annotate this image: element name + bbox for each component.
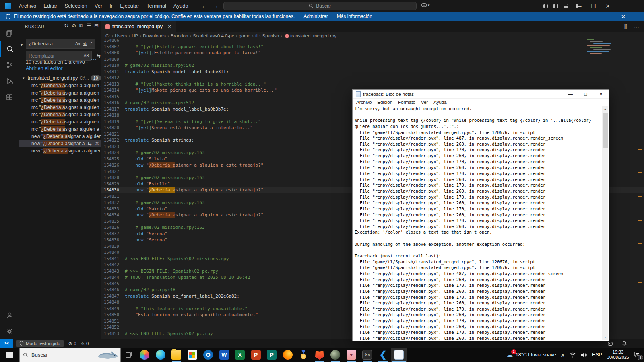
banner-close-icon[interactable]: ✕ [621, 14, 625, 20]
notifications-bell-icon[interactable] [622, 341, 627, 346]
code-line[interactable]: 154811translate Spanish model_label_3bcb… [101, 69, 644, 75]
search-view-icon[interactable] [0, 41, 19, 57]
notepad-scrollbar[interactable]: ▲ ▼ [602, 106, 608, 340]
accounts-icon[interactable] [0, 307, 19, 323]
globe-app-taskbar-icon[interactable] [328, 348, 344, 362]
code-line[interactable]: 154806 [101, 39, 644, 44]
code-line[interactable]: 154812 [101, 75, 644, 81]
weather-widget[interactable]: ☁ 1 18°C Lluvia suave [506, 351, 556, 359]
extensions-icon[interactable] [0, 89, 19, 105]
vscode-taskbar-icon[interactable]: ❮ [375, 348, 391, 362]
banner-learn-more-link[interactable]: Más información [337, 14, 372, 19]
scroll-up-icon[interactable]: ▲ [602, 106, 608, 112]
command-center-search[interactable]: Buscar [223, 2, 417, 10]
menu-selección[interactable]: Selección [61, 2, 91, 10]
close-button[interactable]: ✕ [601, 0, 615, 12]
toggle-panel-icon[interactable] [564, 4, 568, 8]
search-result-item[interactable]: mc "¿Debería asignar a alguien a es... [19, 111, 101, 118]
regex-icon[interactable]: .* [89, 41, 92, 46]
split-editor-icon[interactable]: ⫿⫿ [624, 23, 627, 30]
scroll-down-icon[interactable]: ▼ [602, 334, 608, 340]
notepad-minimize-button[interactable]: — [563, 90, 578, 99]
excel-taskbar-icon[interactable]: X [232, 348, 248, 362]
scrollbar-thumb[interactable] [603, 113, 608, 148]
task-view-taskbar-icon[interactable] [121, 348, 137, 362]
search-result-item[interactable]: mc "¿Debería asignar a alguien a es... [19, 97, 101, 104]
new-search-editor-icon[interactable]: ⧉ [79, 23, 83, 29]
firefox-taskbar-icon[interactable] [280, 348, 296, 362]
notification-center-button[interactable]: 8 [634, 351, 641, 359]
search-result-item[interactable]: mc "¿Debería asignar a alguien a es... [19, 118, 101, 125]
notepad-menu-formato[interactable]: Formato [395, 100, 418, 105]
breadcrumb-item[interactable]: translated_merged.rpy [290, 33, 336, 38]
minimize-button[interactable]: — [572, 0, 586, 12]
clear-results-icon[interactable]: ⊘ [72, 23, 76, 29]
tray-expand-chevron-icon[interactable]: ∧ [561, 352, 565, 358]
notepad-taskbar-icon[interactable]: ≡ [391, 348, 407, 362]
breadcrumb-item[interactable]: HP [132, 33, 138, 38]
search-result-item[interactable]: new "¿Debería asignar a alguien a e... [19, 147, 101, 154]
search-input[interactable]: ¿Debería a Aa ab .* [26, 39, 95, 49]
run-debug-icon[interactable] [0, 73, 19, 89]
problems-status[interactable]: ⊗0 ⚠0 [68, 341, 89, 346]
forward-icon[interactable]: → [213, 3, 219, 9]
notepad-text-area[interactable]: I'm sorry, but an uncaught exception occ… [353, 106, 602, 340]
more-actions-icon[interactable]: ··· [634, 24, 639, 30]
breadcrumb-item[interactable]: Brandon [171, 33, 188, 38]
keyboard-language[interactable]: ESP [592, 352, 602, 358]
collapse-all-icon[interactable]: ☰ [86, 23, 91, 29]
view-as-tree-icon[interactable]: ⊟ [94, 23, 99, 29]
customize-layout-icon[interactable] [543, 4, 548, 8]
search-result-item[interactable]: mc "¿Debería asignar a alguien a es... [19, 89, 101, 97]
settings-gear-icon[interactable] [0, 323, 19, 339]
menu-terminal[interactable]: Terminal [143, 2, 170, 10]
remote-indicator[interactable]: >< [0, 339, 13, 348]
minimap[interactable] [584, 39, 621, 92]
replace-match-icon[interactable]: ⇆ [88, 140, 92, 147]
tab-close-icon[interactable]: ✕ [167, 23, 171, 29]
restricted-mode-status[interactable]: Modo restringido [16, 340, 64, 347]
replace-all-icon[interactable]: ⇆ [97, 53, 101, 59]
copilot-taskbar-icon[interactable] [137, 348, 153, 362]
whole-word-icon[interactable]: ab [83, 41, 87, 46]
code-line[interactable]: 154807 # "[yel]Estelle appears excited a… [101, 44, 644, 50]
source-control-icon[interactable] [0, 57, 19, 73]
code-line[interactable]: 154813 # "[yel]Makoto thinks this is a h… [101, 81, 644, 88]
result-file-row[interactable]: ▾ translated_merged.rpy C:\... 10 [19, 74, 101, 82]
wifi-icon[interactable] [570, 352, 576, 358]
word-taskbar-icon[interactable]: W [216, 348, 232, 362]
menu-ejecutar[interactable]: Ejecutar [116, 2, 143, 10]
menu-archivo[interactable]: Archivo [15, 2, 40, 10]
search-result-item[interactable]: new "¿Debería asignar a ...⇆✕ [19, 140, 101, 147]
brave-taskbar-icon[interactable] [312, 348, 328, 362]
volume-icon[interactable] [581, 352, 587, 358]
menu-ver[interactable]: Ver [91, 2, 106, 10]
breadcrumb-item[interactable]: Spanish [262, 33, 279, 38]
copilot-button[interactable]: ▾ [421, 2, 430, 8]
code-line[interactable]: 154808 "[yel]¡Estelle parece emocionada … [101, 50, 644, 56]
notepad-close-button[interactable]: ✕ [593, 90, 609, 99]
banner-manage-link[interactable]: Administrar [303, 14, 328, 19]
clock[interactable]: 19:33 30/08/2025 [607, 350, 629, 360]
notepad-menu-archivo[interactable]: Archivo [353, 100, 374, 105]
breadcrumb-item[interactable]: Downloads [143, 33, 166, 38]
menu-ayuda[interactable]: Ayuda [170, 2, 192, 10]
toggle-replace-chevron-icon[interactable]: ▾ [21, 43, 23, 47]
start-button[interactable] [0, 348, 19, 362]
breadcrumb-item[interactable]: ScarletLaw-0.4.0-pc [193, 33, 234, 38]
notepad-menu-ver[interactable]: Ver [418, 100, 431, 105]
outlook-taskbar-icon[interactable]: O [200, 348, 217, 362]
dismiss-match-icon[interactable]: ✕ [95, 140, 99, 147]
breadcrumb[interactable]: C:›Users›HP›Downloads›Brandon›ScarletLaw… [101, 32, 644, 39]
breadcrumb-item[interactable]: tl [255, 33, 258, 38]
code-line[interactable]: 154810# game/02_missions.rpy:502 [101, 62, 644, 69]
restore-button[interactable]: ❐ [586, 0, 601, 12]
microsoft-store-taskbar-icon[interactable] [184, 348, 200, 362]
search-result-item[interactable]: mc "¿Debería asignar a alguien a es... [19, 104, 101, 111]
refresh-icon[interactable]: ↻ [64, 23, 68, 29]
match-case-icon[interactable]: Aa [75, 41, 80, 46]
open-in-editor-link[interactable]: Abrir en el editor [26, 66, 63, 71]
edge-taskbar-icon[interactable] [153, 348, 169, 362]
publisher-taskbar-icon[interactable]: P [264, 348, 280, 362]
notepad-menu-edición[interactable]: Edición [374, 100, 395, 105]
